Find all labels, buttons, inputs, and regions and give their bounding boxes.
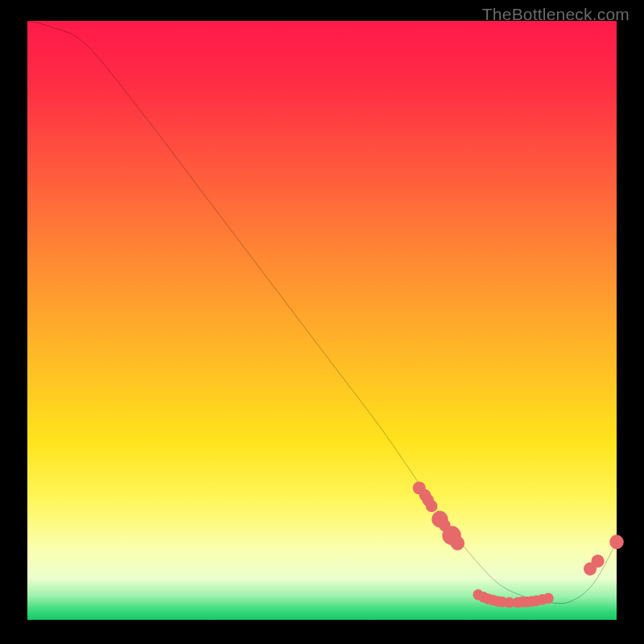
curve-markers (413, 481, 624, 608)
bottleneck-curve (27, 21, 617, 604)
plot-area (27, 21, 617, 620)
curve-marker (609, 535, 624, 549)
curve-marker (426, 500, 438, 512)
curve-marker (451, 536, 465, 551)
curve-marker (592, 555, 605, 568)
curve-marker (543, 593, 554, 604)
chart-stage: TheBottleneck.com (0, 0, 644, 644)
curve-layer (27, 21, 617, 620)
